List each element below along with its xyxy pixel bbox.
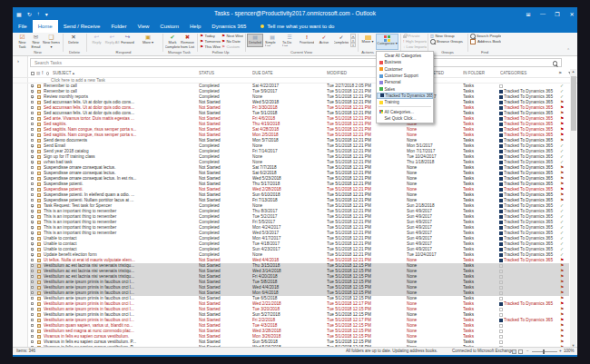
view-tile-active[interactable]: ✓Active [316, 34, 332, 47]
task-checkbox[interactable] [31, 264, 34, 267]
menu-item-business[interactable]: Business [377, 59, 433, 65]
task-checkbox[interactable] [31, 286, 34, 289]
zoom-slider-knob[interactable] [543, 349, 545, 354]
zoom-slider[interactable] [532, 351, 557, 352]
task-checkbox[interactable] [31, 161, 34, 163]
tab-file[interactable]: File [13, 20, 33, 33]
task-checkbox[interactable] [31, 242, 34, 245]
task-checkbox[interactable] [31, 280, 34, 283]
collapse-ribbon-icon[interactable]: ⌃ [566, 48, 570, 53]
task-checkbox[interactable] [31, 199, 34, 202]
tab-folder[interactable]: Folder [105, 20, 132, 33]
menu-item-tracked-to-dynamics-365[interactable]: Tracked To Dynamics 365 [377, 93, 433, 99]
task-checkbox[interactable] [31, 177, 34, 180]
task-checkbox[interactable] [31, 150, 34, 152]
task-checkbox[interactable] [31, 166, 34, 169]
task-checkbox[interactable] [31, 302, 34, 305]
expand-pane-icon[interactable]: › [17, 58, 19, 64]
task-checkbox[interactable] [31, 95, 34, 98]
tell-me-box[interactable]: Tell me what you want to do [251, 20, 334, 33]
in-folder-column-header[interactable]: IN FOLDER [463, 69, 497, 78]
vertical-scrollbar[interactable]: ▲ ▼ [570, 69, 576, 349]
search-input[interactable]: Search Tasks [30, 58, 562, 67]
remove-from-list-button[interactable]: ✖Remove from List [180, 34, 195, 50]
address-book-button[interactable]: Address Book [470, 39, 501, 44]
scrollbar-thumb[interactable] [571, 76, 576, 131]
new-items-button[interactable]: ❑New Items ▾ [43, 34, 60, 50]
task-checkbox[interactable] [31, 210, 34, 212]
select-all-checkbox[interactable] [31, 72, 34, 75]
task-checkbox[interactable] [31, 221, 34, 223]
menu-item-training[interactable]: Training [377, 99, 433, 105]
due-date-column-header[interactable]: DUE DATE [252, 69, 307, 78]
view-tile-detailed[interactable]: ▤Detailed [247, 34, 263, 47]
task-checkbox[interactable] [31, 313, 34, 316]
task-checkbox[interactable] [31, 117, 34, 120]
task-checkbox[interactable] [31, 297, 34, 300]
gallery-scrollbar[interactable]: ▴▾▾ [350, 34, 356, 47]
move-button[interactable]: Move ▾ [361, 34, 374, 50]
task-checkbox[interactable] [31, 259, 34, 261]
tab-dynamics-365[interactable]: Dynamics 365 [206, 20, 251, 33]
zoom-out-button[interactable]: − [526, 348, 529, 355]
task-checkbox[interactable] [31, 291, 34, 294]
view-tile-prioritized[interactable]: !Prioritized [299, 34, 315, 47]
zoom-in-button[interactable]: + [559, 348, 562, 355]
attachment-column-header[interactable] [46, 72, 49, 75]
task-checkbox[interactable] [31, 139, 34, 142]
task-checkbox[interactable] [31, 155, 34, 158]
view-tile-completed[interactable]: ✓Completed [333, 34, 349, 47]
categories-column-header[interactable]: CATEGORIES [500, 69, 550, 78]
view-tile-simple-list[interactable]: ▤Simple List [264, 34, 280, 47]
task-checkbox[interactable] [31, 123, 34, 125]
minimize-icon[interactable]: — [539, 11, 546, 16]
restore-icon[interactable]: ❐ [554, 11, 561, 17]
task-checkbox[interactable] [31, 253, 34, 256]
reading-view-button[interactable] [518, 349, 523, 354]
menu-item-sales[interactable]: Sales [377, 85, 433, 92]
tab-help[interactable]: Help [184, 20, 206, 33]
menu-item-customer[interactable]: Customer [377, 66, 433, 73]
tab-home[interactable]: Home [33, 20, 58, 33]
task-checkbox[interactable] [31, 226, 34, 229]
new-email-button[interactable]: ✉New Email [29, 34, 43, 50]
mark-complete-button[interactable]: ✔Mark Complete [165, 34, 180, 50]
task-checkbox[interactable] [31, 90, 34, 93]
task-checkbox[interactable] [31, 237, 34, 240]
task-checkbox[interactable] [31, 172, 34, 174]
modified-column-header[interactable]: MODIFIED [327, 69, 381, 78]
task-checkbox[interactable] [31, 330, 34, 332]
tab-custom[interactable]: Custom [154, 20, 184, 33]
task-checkbox[interactable] [31, 231, 34, 234]
menu-item-clear-all-categories[interactable]: Clear All Categories [377, 53, 433, 59]
task-checkbox[interactable] [31, 133, 34, 136]
status-column-header[interactable]: STATUS [199, 69, 249, 78]
task-checkbox[interactable] [31, 248, 34, 251]
new-task-button[interactable]: ☑New Task [15, 34, 29, 50]
task-checkbox[interactable] [31, 188, 34, 191]
priority-column-header[interactable]: ! [42, 69, 45, 78]
task-checkbox[interactable] [31, 112, 34, 114]
delete-button[interactable]: ✕Delete [65, 34, 82, 50]
task-checkbox[interactable] [31, 182, 34, 185]
close-icon[interactable]: ✕ [568, 11, 575, 17]
task-checkbox[interactable] [31, 193, 34, 196]
subject-column-header[interactable]: SUBJECT ▴ [53, 69, 107, 78]
task-checkbox[interactable] [31, 270, 34, 272]
task-checkbox[interactable] [31, 101, 34, 103]
ribbon-display-options-icon[interactable]: ⊞ [525, 11, 532, 17]
browse-groups-button[interactable]: Browse Groups [430, 39, 465, 44]
task-checkbox[interactable] [31, 215, 34, 218]
task-checkbox[interactable] [31, 308, 34, 310]
menu-item-personal[interactable]: Personal [377, 79, 433, 85]
task-checkbox[interactable] [31, 324, 34, 327]
menu-item-all-categories[interactable]: All Categories... [377, 108, 433, 114]
task-checkbox[interactable] [31, 106, 34, 109]
more-respond-button[interactable]: ▣More ▾ [137, 34, 159, 50]
task-checkbox[interactable] [31, 275, 34, 278]
forward-button[interactable]: ↪Forward [120, 34, 135, 50]
scroll-up-icon[interactable]: ▲ [570, 69, 576, 74]
categorize-button[interactable]: Categorize ▾ [376, 34, 398, 50]
task-checkbox[interactable] [31, 84, 34, 87]
view-tile-to-do-list[interactable]: ☰To-Do List [281, 34, 298, 47]
